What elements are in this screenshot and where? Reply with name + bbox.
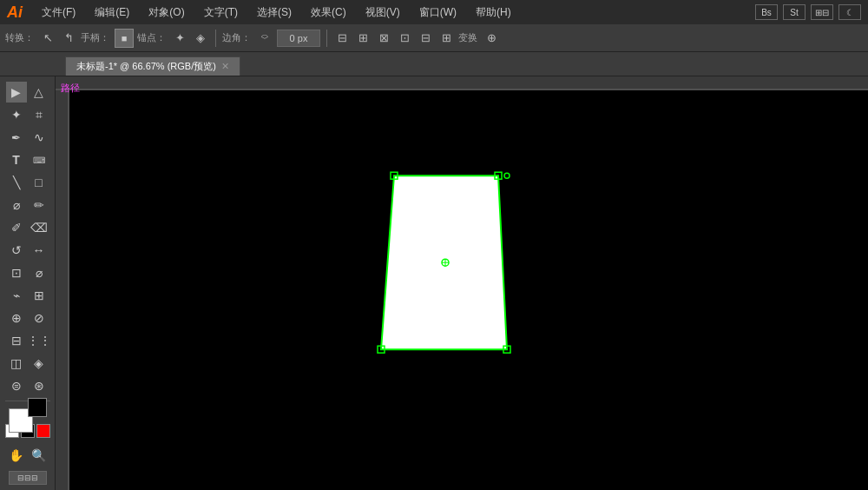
menu-window[interactable]: 窗口(W) (414, 3, 462, 22)
background-color[interactable] (28, 398, 47, 417)
anchor-icon-2[interactable]: ◈ (192, 30, 209, 47)
tool-row-1: ▶ △ (6, 82, 49, 103)
tool-row-6: ⌀ ✏ (6, 195, 49, 215)
align-icon-6[interactable]: ⊞ (437, 30, 455, 47)
rotation-tool-icon[interactable]: ↰ (60, 30, 77, 47)
perspective-grid-tool[interactable]: ⊟ (6, 330, 27, 351)
rotate-tool[interactable]: ↺ (6, 240, 27, 261)
eyedropper-tool[interactable]: ◈ (29, 353, 49, 374)
menu-select[interactable]: 选择(S) (252, 3, 297, 22)
line-tool[interactable]: ╲ (6, 172, 27, 193)
pencil-tool[interactable]: ✐ (6, 217, 27, 238)
title-bar: Ai 文件(F) 编辑(E) 对象(O) 文字(T) 选择(S) 效果(C) 视… (0, 0, 868, 24)
gradient-swatch[interactable] (36, 424, 50, 438)
main-area: ▶ △ ✦ ⌗ ✒ ∿ T ⌨ ╲ □ ⌀ ✏ ✐ ⌫ ↺ ↔ (0, 76, 868, 490)
anchor-label: 锚点： (137, 31, 166, 44)
tool-row-13: ◫ ◈ (6, 353, 49, 374)
shape-tool[interactable]: □ (29, 172, 49, 193)
align-icon-2[interactable]: ⊞ (354, 30, 372, 47)
mesh-tool[interactable]: ⋮⋮ (29, 330, 49, 351)
canvas-area[interactable]: 路径 (56, 76, 868, 490)
tool-row-hand: ✋ 🔍 (6, 445, 49, 466)
handle-btn-1[interactable]: ■ (115, 29, 134, 48)
canvas-label: 路径 (61, 82, 80, 95)
hand-tool[interactable]: ✋ (6, 445, 27, 466)
corner-label: 边角： (222, 31, 251, 44)
corner-icon[interactable]: ⌔ (256, 30, 273, 47)
bridge-icon[interactable]: Bs (755, 4, 778, 20)
menu-effect[interactable]: 效果(C) (306, 3, 352, 22)
menu-edit[interactable]: 编辑(E) (89, 3, 135, 22)
menu-object[interactable]: 对象(O) (143, 3, 189, 22)
align-icon-3[interactable]: ⊠ (375, 30, 392, 47)
magic-wand-tool[interactable]: ✦ (6, 104, 27, 125)
title-icons: Bs St ⊞⊟ ☾ (755, 4, 861, 20)
eraser-tool[interactable]: ⌫ (29, 217, 49, 238)
tool-row-3: ✒ ∿ (6, 127, 49, 148)
color-swatch-area (9, 408, 47, 417)
type-tool[interactable]: T (6, 149, 27, 170)
gradient-tool[interactable]: ◫ (6, 353, 27, 374)
paintbrush-tool[interactable]: ⌀ (6, 195, 27, 215)
vertical-ruler (56, 90, 69, 490)
tool-row-8: ↺ ↔ (6, 240, 49, 261)
blend-tool[interactable]: ⊜ (6, 375, 27, 396)
scale-tool[interactable]: ⊡ (6, 262, 27, 283)
left-toolbar: ▶ △ ✦ ⌗ ✒ ∿ T ⌨ ╲ □ ⌀ ✏ ✐ ⌫ ↺ ↔ (0, 76, 56, 490)
pen-tool[interactable]: ✒ (6, 127, 27, 148)
tool-row-10: ⌁ ⊞ (6, 285, 49, 306)
layout-icon[interactable]: ⊞⊟ (811, 4, 833, 20)
direct-selection-tool[interactable]: △ (29, 82, 49, 103)
transform-icon[interactable]: ⊕ (483, 30, 500, 47)
free-transform-tool[interactable]: ⊞ (29, 285, 49, 306)
search-icon[interactable]: ☾ (838, 4, 861, 20)
reflect-tool[interactable]: ↔ (29, 240, 49, 261)
tab-title: 未标题-1* @ 66.67% (RGB/预览) (76, 60, 216, 73)
rotation-handle[interactable] (504, 173, 510, 178)
menu-file[interactable]: 文件(F) (36, 3, 81, 22)
app-logo: Ai (7, 3, 23, 22)
svg-rect-2 (56, 90, 69, 490)
svg-rect-0 (56, 76, 868, 90)
tool-row-11: ⊕ ⊘ (6, 308, 49, 328)
shear-tool[interactable]: ⌀ (29, 262, 49, 283)
selection-tool-icon[interactable]: ↖ (39, 30, 56, 47)
align-icon-4[interactable]: ⊡ (396, 30, 413, 47)
zoom-tool[interactable]: 🔍 (29, 445, 49, 466)
tab-close-btn[interactable]: ✕ (221, 61, 229, 72)
shape-svg (368, 167, 524, 358)
horizontal-ruler (56, 76, 868, 90)
menu-help[interactable]: 帮助(H) (470, 3, 516, 22)
lasso-tool[interactable]: ⌗ (29, 104, 49, 125)
selection-tool[interactable]: ▶ (6, 82, 27, 103)
stock-icon[interactable]: St (783, 4, 806, 20)
anchor-icon[interactable]: ✦ (171, 30, 188, 47)
edit-toolbar-btn[interactable]: ⊟⊟⊟ (9, 471, 47, 485)
sep-2 (326, 30, 327, 47)
tool-row-12: ⊟ ⋮⋮ (6, 330, 49, 351)
menu-type[interactable]: 文字(T) (199, 3, 243, 22)
warp-tool[interactable]: ⌁ (6, 285, 27, 306)
handle-label: 手柄： (81, 31, 109, 44)
shape-builder-tool[interactable]: ⊕ (6, 308, 27, 328)
tab-bar: 未标题-1* @ 66.67% (RGB/预览) ✕ (0, 52, 868, 76)
tool-row-14: ⊜ ⊛ (6, 375, 49, 396)
tool-row-9: ⊡ ⌀ (6, 262, 49, 283)
tool-row-5: ╲ □ (6, 172, 49, 193)
touch-type-tool[interactable]: ⌨ (29, 149, 49, 170)
blob-brush-tool[interactable]: ✏ (29, 195, 49, 215)
align-icon-1[interactable]: ⊟ (333, 30, 351, 47)
symbol-sprayer-tool[interactable]: ⊛ (29, 375, 49, 396)
transform-label: 转换： (5, 31, 34, 44)
align-icon-5[interactable]: ⊟ (417, 30, 434, 47)
corner-value-input[interactable] (277, 30, 320, 47)
curvature-tool[interactable]: ∿ (29, 127, 49, 148)
live-paint-tool[interactable]: ⊘ (29, 308, 49, 328)
menu-view[interactable]: 视图(V) (360, 3, 405, 22)
toolbar: 转换： ↖ ↰ 手柄： ■ 锚点： ✦ ◈ 边角： ⌔ ⊟ ⊞ ⊠ ⊡ ⊟ ⊞ … (0, 24, 868, 52)
tool-row-2: ✦ ⌗ (6, 104, 49, 125)
document-tab[interactable]: 未标题-1* @ 66.67% (RGB/预览) ✕ (65, 56, 240, 76)
tool-row-4: T ⌨ (6, 149, 49, 170)
tool-row-7: ✐ ⌫ (6, 217, 49, 238)
transform-label2: 变换 (458, 31, 477, 44)
